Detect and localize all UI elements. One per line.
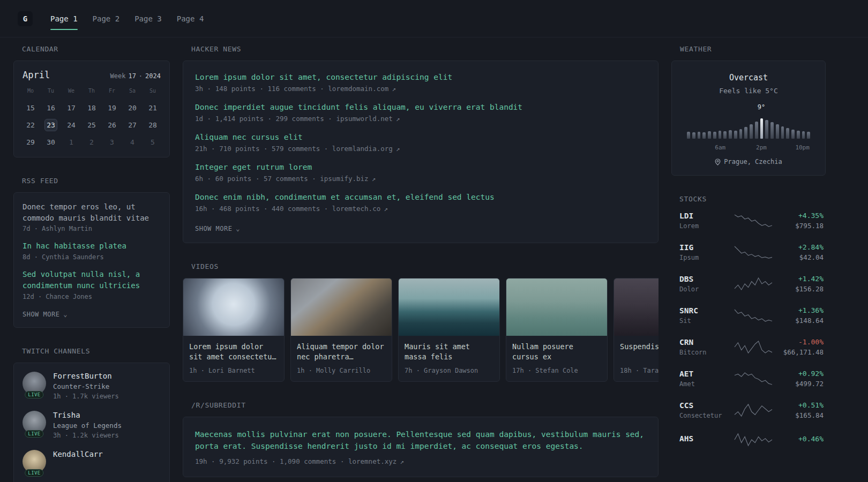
rss-item-title[interactable]: Sed volutpat nulla nisl, a condimentum n…	[23, 269, 161, 291]
rss-item-title[interactable]: In hac habitasse platea	[23, 240, 161, 252]
app-logo[interactable]: G	[18, 11, 33, 26]
video-card[interactable]: Lorem ipsum dolor sit amet consectetu… 1…	[183, 278, 285, 382]
tab-label: Page 1	[50, 14, 78, 23]
weather-condition: Overcast	[682, 73, 815, 82]
weather-bar	[776, 124, 779, 139]
stock-symbol: AET	[679, 370, 730, 378]
avatar-wrap: LIVE	[23, 411, 46, 434]
weather-widget: Overcast Feels like 5°C 9° 6am2pm10pm Pr…	[671, 61, 826, 176]
video-thumbnail[interactable]	[614, 278, 659, 336]
subreddit-post-title[interactable]: Maecenas mollis pulvinar erat non posuer…	[195, 428, 646, 453]
subreddit-widget: Maecenas mollis pulvinar erat non posuer…	[183, 417, 659, 477]
calendar-day: 15	[20, 101, 41, 114]
video-thumbnail[interactable]	[506, 278, 607, 336]
video-card[interactable]: Suspendisse diam 18h · Tara	[613, 278, 659, 382]
calendar-day: 5	[143, 135, 163, 148]
stock-name: Dolor	[679, 285, 730, 293]
rss-widget: Donec tempor eros leo, ut commodo mauris…	[13, 192, 170, 328]
stock-change: +4.35%	[776, 212, 824, 220]
calendar-widget: April Week 17 · 2024 MoTuWeThFrSaSu 1516…	[13, 61, 170, 157]
video-thumbnail[interactable]	[183, 278, 284, 336]
hackernews-item-title[interactable]: Aliquam nec cursus elit	[195, 133, 646, 141]
stock-symbol: SNRC	[679, 306, 730, 315]
channel-game: Counter-Strike	[53, 382, 119, 390]
stock-change: +2.84%	[776, 243, 824, 251]
hackernews-item-title[interactable]: Donec imperdiet augue tincidunt felis al…	[195, 103, 646, 111]
weather-bar	[786, 128, 789, 139]
weather-axis-label: 2pm	[756, 144, 767, 151]
stock-price: $148.64	[776, 317, 824, 325]
page-tab[interactable]: Page 2	[93, 0, 120, 37]
external-link-icon: ↗	[372, 175, 376, 183]
show-more-label: SHOW MORE	[195, 225, 232, 232]
left-column: CALENDAR April Week 17 · 2024 MoTuWeThFr…	[13, 45, 170, 482]
calendar-day: 16	[41, 101, 61, 114]
video-title[interactable]: Suspendisse diam	[620, 342, 659, 362]
rss-show-more-button[interactable]: SHOW MORE ⌄	[23, 311, 68, 318]
weather-section: WEATHER Overcast Feels like 5°C 9° 6am2p…	[671, 45, 826, 176]
rss-item-meta: 8d · Cynthia Saunders	[23, 253, 161, 261]
channel-name: ForrestBurton	[53, 372, 119, 380]
calendar-day: 22	[20, 118, 41, 131]
videos-section: VIDEOS Lorem ipsum dolor sit amet consec…	[183, 262, 659, 382]
section-title-videos: VIDEOS	[183, 262, 659, 270]
calendar-day: 20	[122, 101, 143, 114]
location-text: Prague, Czechia	[724, 158, 782, 165]
page-tab[interactable]: Page 1	[50, 0, 78, 37]
stock-sparkline	[734, 372, 773, 386]
stock-sparkline	[734, 308, 773, 322]
hackernews-show-more-button[interactable]: SHOW MORE ⌄	[195, 225, 240, 232]
twitch-channel-list: LIVE ForrestBurton Counter-Strike 1h · 1…	[23, 372, 161, 473]
hackernews-item-title[interactable]: Integer eget rutrum lorem	[195, 163, 646, 171]
hackernews-widget: Lorem ipsum dolor sit amet, consectetur …	[183, 61, 659, 243]
stock-symbol: IIG	[679, 243, 730, 252]
video-thumbnail[interactable]	[291, 278, 392, 336]
stock-change: +0.92%	[776, 370, 824, 378]
rss-item-meta: 12d · Chance Jones	[23, 293, 161, 300]
twitch-channel[interactable]: LIVE Trisha League of Legends 3h · 1.2k …	[23, 411, 161, 439]
video-card[interactable]: Aliquam tempor dolor nec pharetra… 1h · …	[290, 278, 392, 382]
tab-label: Page 4	[177, 14, 204, 23]
location-pin-icon	[715, 159, 721, 165]
video-thumbnail[interactable]	[399, 278, 499, 336]
video-card[interactable]: Mauris sit amet massa felis 7h · Grayson…	[398, 278, 500, 382]
weather-bar	[760, 118, 764, 139]
page-tab[interactable]: Page 4	[177, 0, 204, 37]
hackernews-item-title[interactable]: Lorem ipsum dolor sit amet, consectetur …	[195, 73, 646, 81]
weather-axis-label: 6am	[715, 144, 725, 151]
stock-identity: DBS Dolor	[679, 275, 730, 293]
video-meta: 17h · Stefan Cole	[512, 367, 601, 374]
hackernews-item: Integer eget rutrum lorem 6h · 60 points…	[195, 163, 646, 183]
video-title[interactable]: Mauris sit amet massa felis	[405, 342, 493, 362]
stock-identity: CCS Consectetur	[679, 401, 730, 419]
weather-bars	[687, 114, 810, 139]
rss-item-meta: 7d · Ashlyn Martin	[23, 225, 161, 232]
rss-item-title[interactable]: Donec tempor eros leo, ut commodo mauris…	[23, 201, 161, 223]
stock-sparkline-wrap	[730, 372, 776, 386]
video-title[interactable]: Aliquam tempor dolor nec pharetra…	[297, 342, 386, 362]
weather-chart: 9°	[687, 114, 810, 139]
twitch-widget: LIVE ForrestBurton Counter-Strike 1h · 1…	[13, 363, 170, 482]
video-card[interactable]: Nullam posuere cursus ex 17h · Stefan Co…	[506, 278, 608, 382]
weather-bar	[702, 132, 706, 139]
calendar-day-headers: MoTuWeThFrSaSu	[14, 80, 169, 94]
hackernews-item-title[interactable]: Donec enim nibh, condimentum et accumsan…	[195, 193, 646, 201]
stock-identity: LDI Lorem	[679, 212, 730, 230]
video-title[interactable]: Lorem ipsum dolor sit amet consectetu…	[189, 342, 278, 362]
stock-sparkline-wrap	[730, 214, 776, 228]
calendar-day: 21	[143, 101, 163, 114]
middle-column: HACKER NEWS Lorem ipsum dolor sit amet, …	[183, 45, 659, 482]
section-title-twitch: TWITCH CHANNELS	[13, 347, 170, 355]
twitch-channel[interactable]: LIVE KendallCarr	[23, 450, 161, 473]
avatar-wrap: LIVE	[23, 450, 46, 473]
weather-bar	[755, 122, 758, 139]
external-link-icon: ↗	[396, 115, 400, 123]
section-title-weather: WEATHER	[671, 45, 826, 53]
day-of-week-label: Th	[81, 88, 102, 94]
stock-row: IIG Ipsum +2.84% $42.04	[671, 243, 825, 261]
video-title[interactable]: Nullam posuere cursus ex	[512, 342, 601, 362]
day-of-week-label: We	[61, 88, 81, 94]
video-list: Lorem ipsum dolor sit amet consectetu… 1…	[183, 278, 659, 382]
page-tab[interactable]: Page 3	[134, 0, 162, 37]
twitch-channel[interactable]: LIVE ForrestBurton Counter-Strike 1h · 1…	[23, 372, 161, 400]
